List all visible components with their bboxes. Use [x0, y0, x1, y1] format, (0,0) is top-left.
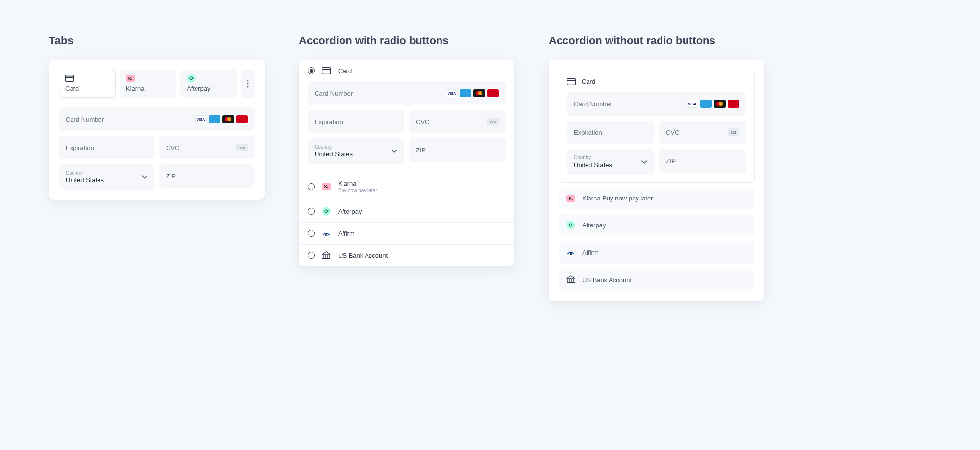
tab-klarna[interactable]: K. Klarna [120, 70, 176, 98]
svg-point-4 [247, 86, 249, 87]
svg-point-2 [247, 80, 249, 81]
card-brand-row: VISA [446, 89, 499, 97]
input-placeholder: CVC [166, 144, 179, 151]
svg-text:a: a [325, 232, 328, 237]
select-value: United States [574, 161, 612, 169]
accordion-label: Card [338, 67, 352, 75]
accordion-header-card[interactable]: Card [299, 60, 514, 81]
expiration-input[interactable]: Expiration [567, 121, 654, 144]
card-form: Card Number VISA Expiration [308, 81, 506, 164]
expiration-input[interactable]: Expiration [59, 136, 154, 159]
svg-point-3 [247, 83, 249, 84]
svg-text:a: a [569, 251, 572, 256]
accordion-label: Affirm [338, 230, 355, 237]
afterpay-icon: ⟳ [566, 221, 575, 229]
svg-rect-6 [322, 69, 331, 71]
svg-rect-1 [66, 77, 74, 78]
zip-input[interactable]: ZIP [659, 149, 746, 173]
input-placeholder: Card Number [66, 116, 104, 123]
input-placeholder: CVC [666, 129, 679, 136]
accordion-header-klarna[interactable]: K. Klarna Buy now pay later [299, 173, 514, 200]
accordion-item-usbank[interactable]: US Bank Account [559, 269, 755, 292]
klarna-icon: K. [321, 183, 331, 191]
cvc-input[interactable]: CVC 123 [159, 136, 255, 159]
accordion-header-usbank[interactable]: US Bank Account [299, 245, 514, 266]
tabs-payment-card: Card K. Klarna ⟳ Afterpay [49, 60, 265, 200]
unionpay-icon [728, 100, 739, 108]
accordion-item-afterpay: ⟳ Afterpay [299, 200, 514, 223]
section-title-accordion-plain: Accordion without radio buttons [549, 34, 764, 47]
accordion-plain-card: Card Card Number VISA Exp [549, 60, 764, 301]
accordion-label: Afterpay [582, 222, 606, 229]
more-vertical-icon [247, 80, 249, 88]
accordion-item-afterpay[interactable]: ⟳ Afterpay [559, 214, 755, 236]
cvc-card-icon: 123 [487, 118, 499, 125]
zip-input[interactable]: ZIP [159, 164, 255, 188]
accordion-label: US Bank Account [338, 252, 388, 259]
accordion-item-klarna[interactable]: K. Klarna Buy now pay later [559, 188, 755, 209]
country-select[interactable]: Country United States [59, 164, 154, 190]
cvc-input[interactable]: CVC 123 [409, 110, 506, 133]
input-placeholder: Expiration [315, 118, 343, 125]
select-label: Country [574, 155, 591, 160]
svg-rect-9 [567, 80, 576, 81]
accordion-item-klarna: K. Klarna Buy now pay later [299, 173, 514, 200]
card-number-input[interactable]: Card Number VISA [59, 107, 255, 131]
radio-checked-icon [308, 67, 315, 74]
visa-icon: VISA [195, 115, 207, 123]
card-brand-row: VISA [195, 115, 248, 123]
unionpay-icon [487, 89, 499, 97]
tabs-overflow-button[interactable] [241, 70, 255, 98]
mastercard-icon [714, 100, 726, 108]
accordion-label: Card [582, 78, 595, 85]
mastercard-icon [222, 115, 234, 123]
accordion-item-affirm[interactable]: a Affirm [559, 241, 755, 264]
amex-icon [209, 115, 220, 123]
country-select[interactable]: Country United States [308, 138, 404, 164]
card-icon [321, 67, 331, 75]
affirm-icon: a [566, 248, 575, 257]
accordion-item-usbank: US Bank Account [299, 245, 514, 266]
chevron-down-icon [641, 158, 647, 166]
accordion-header-afterpay[interactable]: ⟳ Afterpay [299, 200, 514, 222]
zip-input[interactable]: ZIP [409, 138, 506, 162]
unionpay-icon [236, 115, 248, 123]
accordion-label: Affirm [582, 249, 599, 256]
expiration-input[interactable]: Expiration [308, 110, 404, 133]
select-label: Country [315, 144, 332, 150]
section-title-accordion-radio: Accordion with radio buttons [299, 34, 514, 47]
input-placeholder: ZIP [416, 147, 426, 154]
accordion-radio-card: Card Card Number VISA [299, 60, 514, 266]
visa-icon: VISA [686, 100, 698, 108]
svg-rect-8 [567, 78, 576, 85]
input-placeholder: ZIP [166, 173, 176, 180]
card-number-input[interactable]: Card Number VISA [308, 81, 506, 105]
card-number-input[interactable]: Card Number VISA [567, 92, 746, 116]
input-placeholder: Expiration [574, 129, 602, 136]
afterpay-icon: ⟳ [187, 75, 196, 82]
card-form: Card Number VISA Expiration CVC 123 [59, 107, 255, 190]
accordion-label: US Bank Account [582, 276, 632, 284]
visa-icon: VISA [446, 89, 458, 97]
payment-method-tabs: Card K. Klarna ⟳ Afterpay [59, 70, 255, 98]
accordion-header-card[interactable]: Card [567, 78, 746, 85]
affirm-icon: a [321, 229, 331, 237]
accordion-collapsed-list: K. Klarna Buy now pay later ⟳ Afterpay a… [559, 188, 755, 292]
country-select[interactable]: Country United States [567, 149, 654, 175]
cvc-card-icon: 123 [236, 144, 248, 151]
radio-unchecked-icon [308, 252, 315, 259]
afterpay-icon: ⟳ [321, 207, 331, 215]
tab-label: Card [65, 85, 109, 92]
accordion-label: Klarna [338, 180, 377, 187]
input-placeholder: Card Number [315, 90, 353, 97]
amex-icon [460, 89, 471, 97]
tab-card[interactable]: Card [59, 70, 116, 98]
card-icon [65, 75, 74, 82]
accordion-item-affirm: a Affirm [299, 223, 514, 245]
amex-icon [700, 100, 712, 108]
select-label: Country [66, 170, 83, 175]
cvc-input[interactable]: CVC 123 [659, 121, 746, 144]
section-title-tabs: Tabs [49, 34, 265, 47]
accordion-header-affirm[interactable]: a Affirm [299, 223, 514, 244]
tab-afterpay[interactable]: ⟳ Afterpay [180, 70, 237, 98]
